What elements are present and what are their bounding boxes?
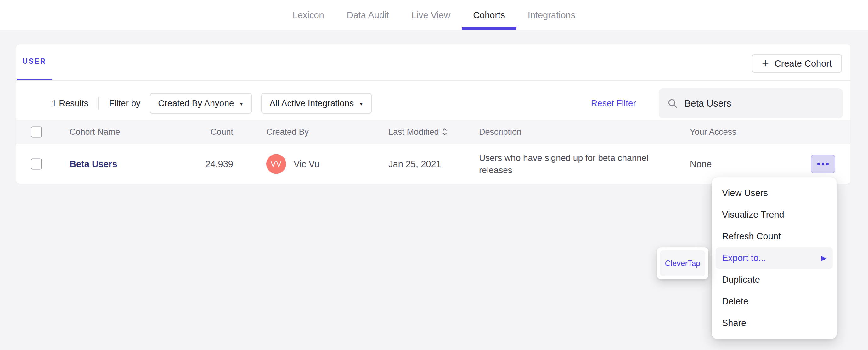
create-cohort-label: Create Cohort: [775, 59, 832, 69]
filter-bar: 1 Results Filter by Created By Anyone ▼ …: [17, 81, 850, 120]
row-context-menu: View Users Visualize Trend Refresh Count…: [712, 177, 837, 339]
more-actions-button[interactable]: [811, 154, 835, 173]
table-header: Cohort Name Count Created By Last Modifi…: [17, 120, 850, 144]
plus-icon: +: [762, 57, 769, 69]
column-header-count[interactable]: Count: [155, 127, 233, 137]
search-icon: [667, 98, 678, 109]
integrations-dropdown[interactable]: All Active Integrations ▼: [261, 93, 372, 114]
menu-item-duplicate[interactable]: Duplicate: [716, 269, 833, 291]
menu-item-refresh-count[interactable]: Refresh Count: [716, 225, 833, 247]
row-checkbox[interactable]: [31, 159, 42, 169]
cohort-description: Users who have signed up for beta channe…: [479, 152, 674, 176]
menu-item-export-to[interactable]: Export to... ▶: [716, 247, 833, 269]
cohort-count: 24,939: [155, 159, 233, 169]
nav-tab-live-view[interactable]: Live View: [400, 0, 462, 30]
column-header-cohort-name[interactable]: Cohort Name: [69, 127, 120, 137]
ellipssis-icon-dot: [822, 163, 824, 165]
cohorts-page: Lexicon Data Audit Live View Cohorts Int…: [0, 0, 868, 350]
results-count: 1 Results: [52, 98, 88, 108]
export-submenu: CleverTap: [657, 247, 708, 279]
chevron-down-icon: ▼: [239, 101, 244, 106]
created-by-cell: VV Vic Vu: [266, 154, 319, 174]
created-by-dropdown[interactable]: Created By Anyone ▼: [150, 93, 252, 114]
your-access-value: None: [690, 159, 712, 169]
top-nav: Lexicon Data Audit Live View Cohorts Int…: [0, 0, 868, 31]
reset-filter-link[interactable]: Reset Filter: [591, 98, 636, 108]
nav-tab-cohorts[interactable]: Cohorts: [462, 0, 517, 30]
cohorts-panel: USER + Create Cohort 1 Results Filter by…: [17, 44, 850, 184]
chevron-down-icon: ▼: [359, 101, 364, 106]
export-to-label: Export to...: [722, 253, 766, 263]
menu-item-view-users[interactable]: View Users: [716, 182, 833, 204]
submenu-arrow-icon: ▶: [821, 254, 827, 262]
filter-by-label: Filter by: [109, 98, 141, 108]
column-header-description[interactable]: Description: [479, 127, 674, 137]
nav-tab-lexicon[interactable]: Lexicon: [281, 0, 336, 30]
nav-tab-integrations[interactable]: Integrations: [517, 0, 587, 30]
tab-user[interactable]: USER: [17, 44, 52, 80]
integrations-dropdown-value: All Active Integrations: [270, 98, 354, 108]
column-header-created-by[interactable]: Created By: [266, 127, 309, 137]
created-by-dropdown-value: Created By Anyone: [158, 98, 234, 108]
sort-icon[interactable]: [442, 128, 447, 136]
created-by-name: Vic Vu: [293, 159, 319, 169]
search-input[interactable]: Beta Users: [659, 88, 843, 118]
divider: [98, 97, 98, 110]
column-header-your-access[interactable]: Your Access: [690, 127, 737, 137]
avatar: VV: [266, 154, 286, 174]
nav-tab-data-audit[interactable]: Data Audit: [336, 0, 400, 30]
select-all-checkbox[interactable]: [31, 126, 42, 137]
search-input-value: Beta Users: [684, 98, 731, 109]
last-modified-value: Jan 25, 2021: [389, 159, 441, 169]
create-cohort-button[interactable]: + Create Cohort: [752, 55, 842, 73]
submenu-item-clevertap[interactable]: CleverTap: [660, 250, 705, 276]
menu-item-delete[interactable]: Delete: [716, 291, 833, 312]
ellipsis-icon-dot: [826, 163, 829, 165]
cohort-name-link[interactable]: Beta Users: [69, 159, 117, 169]
column-header-last-modified[interactable]: Last Modified: [389, 127, 447, 137]
last-modified-label: Last Modified: [389, 127, 439, 137]
ellipsis-icon: [817, 163, 820, 165]
menu-item-share[interactable]: Share: [716, 312, 833, 334]
panel-tab-bar: USER + Create Cohort: [17, 44, 850, 81]
menu-item-visualize-trend[interactable]: Visualize Trend: [716, 204, 833, 225]
